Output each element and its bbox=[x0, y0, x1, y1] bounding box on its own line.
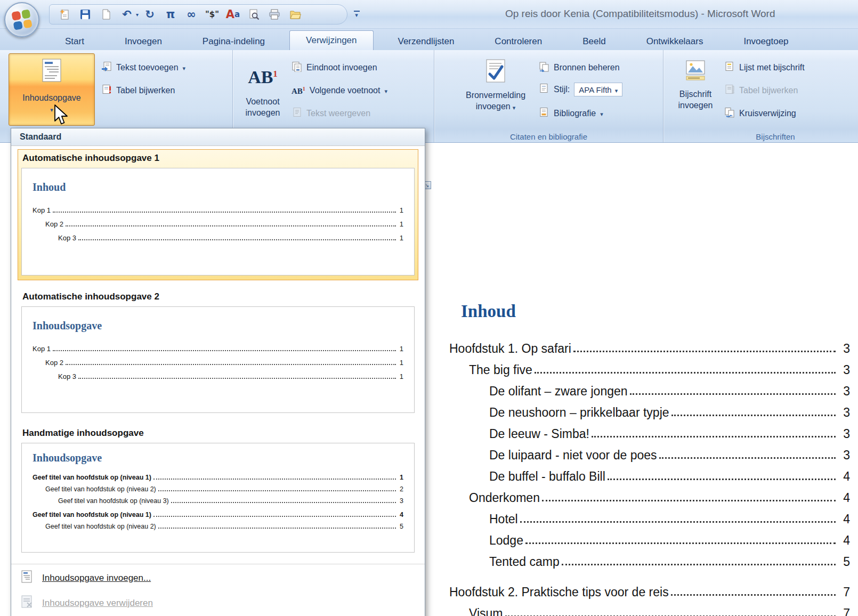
update-table-icon bbox=[101, 84, 112, 97]
toc-entry-page: 7 bbox=[836, 585, 850, 599]
tekst-toevoegen-button[interactable]: Tekst toevoegen bbox=[101, 60, 185, 76]
toc-entry[interactable]: Hoofdstuk 2. Praktische tips voor de rei… bbox=[449, 578, 850, 599]
toc-entry[interactable]: De luipaard - niet voor de poes3 bbox=[449, 441, 850, 463]
tekst-weergeven-label: Tekst weergeven bbox=[306, 109, 370, 118]
style-icon bbox=[539, 83, 549, 96]
preview-row: Kop 31 bbox=[33, 234, 403, 242]
print-icon[interactable] bbox=[265, 6, 284, 22]
tab-beeld[interactable]: Beeld bbox=[566, 33, 621, 50]
voetnoot-label-2: invoegen bbox=[246, 107, 280, 118]
toc-entry-label: De luipaard - niet voor de poes bbox=[489, 448, 657, 463]
gallery-preview: Inhoud Kop 11 Kop 21 Kop 31 bbox=[21, 168, 415, 275]
kruisverwijzing-button[interactable]: Kruisverwijzing bbox=[724, 106, 796, 121]
menu-item-label: Inhoudsopgave invoegen... bbox=[42, 573, 151, 583]
office-logo-icon bbox=[11, 9, 32, 30]
case-big-glyph: A bbox=[226, 9, 234, 20]
bijschrift-invoegen-button[interactable]: Bijschrift invoegen bbox=[672, 54, 719, 125]
toc-entry[interactable]: The big five3 bbox=[449, 356, 850, 377]
new-document-icon[interactable] bbox=[96, 6, 116, 22]
toc-entry[interactable]: Tented camp5 bbox=[449, 548, 850, 569]
dot-leader bbox=[671, 594, 836, 596]
tab-pagina-indeling[interactable]: Pagina-indeling bbox=[187, 33, 281, 50]
voetnoot-invoegen-button[interactable]: AB1 Voetnoot invoegen bbox=[239, 55, 286, 124]
bronvermelding-invoegen-button[interactable]: Bronvermelding invoegen bbox=[456, 54, 536, 125]
lijst-met-bijschriften-button[interactable]: Lijst met bijschrift bbox=[724, 60, 805, 76]
toc-entry[interactable]: Lodge4 bbox=[449, 526, 850, 548]
print-preview-icon[interactable] bbox=[244, 6, 263, 22]
preview-row: Kop 21 bbox=[33, 220, 403, 228]
preview-row: Geef titel van hoofdstuk op (niveau 3)3 bbox=[33, 497, 403, 505]
tab-verzendlijsten[interactable]: Verzendlijsten bbox=[382, 33, 471, 50]
undo-dropdown-caret-icon[interactable]: ▾ bbox=[136, 12, 139, 18]
tab-start[interactable]: Start bbox=[49, 33, 100, 50]
gallery-item-auto-toc-2[interactable]: Automatische inhoudsopgave 2 Inhoudsopga… bbox=[18, 288, 418, 418]
toc-entry[interactable]: De neushoorn – prikkelbaar typje3 bbox=[449, 399, 850, 420]
manage-sources-icon bbox=[539, 61, 549, 74]
toc-entry[interactable]: De leeuw - Simba!3 bbox=[449, 420, 850, 441]
dot-leader bbox=[78, 378, 396, 379]
footnote-ab-icon: AB1 bbox=[248, 68, 278, 86]
toc-entry-label: Visum bbox=[469, 606, 503, 616]
new-from-template-icon[interactable] bbox=[55, 6, 74, 22]
undo-icon[interactable]: ↶ bbox=[117, 6, 136, 22]
field-glyph: ∞ bbox=[187, 9, 196, 20]
toc-entry[interactable]: Hoofdstuk 1. Op safari3 bbox=[449, 335, 850, 356]
eindnoot-invoegen-button[interactable]: Eindnoot invoegen bbox=[292, 60, 377, 76]
toc-gallery-dropdown: Standaard Automatische inhoudsopgave 1 I… bbox=[11, 128, 425, 616]
menu-item-label: Inhoudsopgave verwijderen bbox=[42, 598, 153, 609]
style-value: APA Fifth bbox=[579, 85, 611, 94]
inhoudsopgave-button[interactable]: Inhoudsopgave bbox=[9, 53, 95, 126]
tab-controleren[interactable]: Controleren bbox=[479, 33, 558, 50]
remove-toc-icon bbox=[20, 595, 34, 611]
office-button[interactable] bbox=[4, 2, 39, 37]
bronnen-beheren-button[interactable]: Bronnen beheren bbox=[539, 60, 620, 76]
toc-entry[interactable]: De buffel - buffalo Bill4 bbox=[449, 463, 850, 484]
menu-item-insert-toc[interactable]: Inhoudsopgave invoegen... bbox=[11, 565, 425, 590]
style-dropdown[interactable]: APA Fifth bbox=[574, 83, 622, 96]
chevron-down-icon bbox=[50, 104, 53, 114]
open-folder-icon[interactable] bbox=[286, 6, 305, 22]
toc-entry-page: 7 bbox=[836, 606, 850, 616]
change-case-icon[interactable]: Aa bbox=[223, 6, 242, 22]
preview-row: Kop 11 bbox=[33, 345, 403, 353]
toc-entry-page: 3 bbox=[836, 342, 850, 356]
repeat-icon[interactable]: ↻ bbox=[140, 6, 159, 22]
bibliografie-button[interactable]: Bibliografie bbox=[539, 106, 603, 121]
tab-verwijzingen[interactable]: Verwijzingen bbox=[289, 30, 373, 50]
toc-entry[interactable]: Onderkomen4 bbox=[449, 484, 850, 505]
volgende-voetnoot-button[interactable]: AB1 Volgende voetnoot bbox=[292, 83, 387, 99]
bronnen-beheren-label: Bronnen beheren bbox=[554, 63, 620, 72]
endnote-icon bbox=[292, 61, 302, 74]
currency-field-icon[interactable]: "$" bbox=[203, 6, 222, 22]
toc-entry-label: Lodge bbox=[489, 533, 523, 548]
gallery-item-auto-toc-1[interactable]: Automatische inhoudsopgave 1 Inhoud Kop … bbox=[18, 149, 418, 280]
tab-invoegtoepassingen[interactable]: Invoegtoep bbox=[727, 33, 804, 50]
tab-ontwikkelaars[interactable]: Ontwikkelaars bbox=[630, 33, 719, 50]
tab-invoegen[interactable]: Invoegen bbox=[109, 33, 178, 50]
toc-entry[interactable]: Visum7 bbox=[449, 599, 850, 616]
save-icon[interactable] bbox=[76, 6, 95, 22]
kruisverwijzing-label: Kruisverwijzing bbox=[739, 109, 796, 118]
toc-entry[interactable]: Hotel4 bbox=[449, 505, 850, 526]
eindnoot-label: Eindnoot invoegen bbox=[306, 63, 377, 72]
repeat-glyph: ↻ bbox=[145, 9, 155, 20]
toc-entry-label: Tented camp bbox=[489, 555, 560, 569]
citaten-group-label: Citaten en bibliografie bbox=[434, 132, 663, 141]
preview-row: Kop 31 bbox=[33, 372, 403, 380]
lijst-met-bijschriften-label: Lijst met bijschrift bbox=[739, 63, 805, 72]
equation-pi-icon[interactable]: π bbox=[161, 6, 180, 22]
preview-heading: Inhoudsopgave bbox=[33, 320, 403, 332]
toc-entry[interactable]: De olifant – zware jongen3 bbox=[449, 377, 850, 399]
menu-item-remove-toc: Inhoudsopgave verwijderen bbox=[11, 590, 425, 615]
gallery-item-manual-toc[interactable]: Handmatige inhoudsopgave Inhoudsopgave G… bbox=[18, 424, 418, 557]
customize-qat-button[interactable]: ▾ bbox=[350, 6, 363, 22]
tabel-bijwerken-button[interactable]: Tabel bijwerken bbox=[101, 83, 175, 99]
toc-entry-page: 4 bbox=[836, 469, 850, 484]
document-toc-heading: Inhoud bbox=[461, 302, 516, 321]
dot-leader bbox=[66, 225, 396, 226]
preview-heading: Inhoud bbox=[33, 181, 403, 193]
preview-row: Geef titel van hoofdstuk op (niveau 2)5 bbox=[33, 523, 403, 530]
toc-entry-page: 3 bbox=[836, 406, 850, 420]
preview-row: Kop 21 bbox=[33, 359, 403, 367]
field-icon[interactable]: ∞ bbox=[182, 6, 201, 22]
